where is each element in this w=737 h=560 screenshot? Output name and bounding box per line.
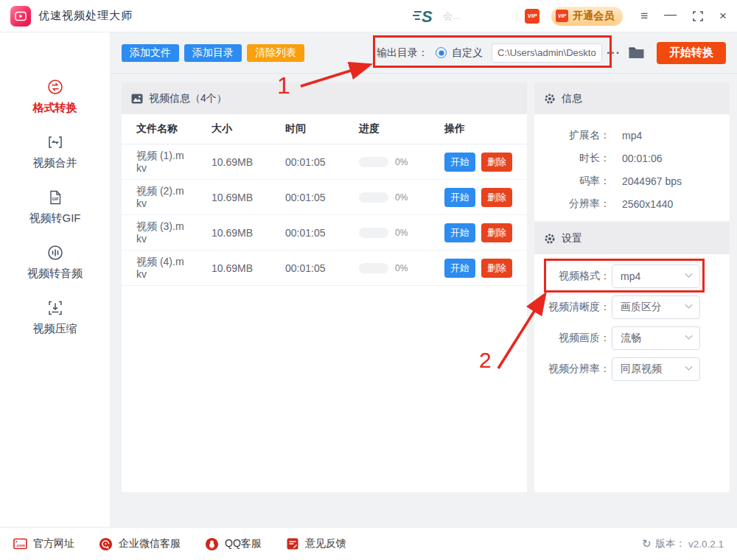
version-info: ↻ 版本：v2.0.2.1 bbox=[642, 537, 724, 550]
wechat-service-icon bbox=[99, 537, 113, 551]
custom-dir-radio[interactable] bbox=[436, 47, 447, 58]
app-window: 优速视频处理大师 S 会... VIP VIP 开通会员 ≡ — × bbox=[0, 0, 737, 560]
sidebar-item-label: 视频压缩 bbox=[33, 322, 77, 336]
open-vip-label: 开通会员 bbox=[573, 10, 614, 23]
row-delete-button[interactable]: 删除 bbox=[481, 259, 512, 278]
video-format-select[interactable]: mp4 bbox=[612, 265, 700, 288]
qq-service-link[interactable]: QQ客服 bbox=[205, 537, 262, 551]
file-name: 视频 (3).mkv bbox=[136, 220, 212, 245]
user-hint-text: 会... bbox=[443, 10, 477, 23]
progress-percent: 0% bbox=[395, 228, 408, 238]
feedback-link[interactable]: 意见反馈 bbox=[286, 537, 346, 550]
wechat-service-link[interactable]: 企业微信客服 bbox=[99, 537, 181, 551]
svg-text:.com: .com bbox=[15, 543, 25, 547]
video-info-header: 视频信息（4个） bbox=[122, 83, 527, 114]
video-quality-select[interactable]: 流畅 bbox=[612, 326, 700, 350]
col-time: 时间 bbox=[285, 122, 359, 136]
video-to-gif-icon: GIF bbox=[46, 189, 64, 206]
svg-text:GIF: GIF bbox=[52, 197, 59, 201]
setting-row-resolution: 视频分辨率： 同原视频 bbox=[534, 357, 730, 381]
settings-panel-header: 设置 bbox=[534, 223, 730, 254]
file-name: 视频 (4).mkv bbox=[136, 256, 212, 281]
start-convert-button[interactable]: 开始转换 bbox=[657, 42, 726, 64]
progress-bar bbox=[359, 263, 388, 273]
official-website-link[interactable]: .com 官方网址 bbox=[13, 537, 74, 550]
gear-icon bbox=[544, 93, 556, 105]
video-compress-icon bbox=[46, 299, 64, 317]
close-icon[interactable]: × bbox=[719, 10, 727, 22]
add-directory-button[interactable]: 添加目录 bbox=[184, 44, 242, 62]
custom-dir-label: 自定义 bbox=[452, 46, 483, 60]
maximize-icon[interactable] bbox=[693, 11, 703, 21]
file-size: 10.69MB bbox=[212, 227, 285, 239]
info-field: 码率：2044967 bps bbox=[534, 169, 730, 192]
browse-ellipsis-button[interactable]: ··· bbox=[607, 46, 621, 60]
sidebar-item-label: 视频转音频 bbox=[27, 267, 83, 281]
clear-list-button[interactable]: 清除列表 bbox=[247, 44, 304, 62]
sidebar-item-label: 格式转换 bbox=[33, 101, 77, 115]
progress-percent: 0% bbox=[395, 263, 408, 273]
col-actions: 操作 bbox=[444, 122, 465, 136]
app-logo-icon bbox=[10, 6, 31, 27]
file-time: 00:01:05 bbox=[285, 262, 359, 274]
video-info-title: 视频信息（4个） bbox=[149, 92, 227, 105]
sidebar: 格式转换 视频合并 GIF 视频转GIF 视频转音频 bbox=[0, 32, 111, 527]
table-row: 视频 (4).mkv 10.69MB 00:01:05 0% 开始删除 bbox=[122, 251, 527, 286]
chevron-down-icon bbox=[685, 363, 693, 371]
row-delete-button[interactable]: 删除 bbox=[481, 188, 512, 207]
footer: .com 官方网址 企业微信客服 QQ客服 意见反馈 ↻ 版本：v2.0.2.1 bbox=[0, 527, 737, 560]
progress-bar bbox=[359, 192, 388, 203]
row-start-button[interactable]: 开始 bbox=[444, 188, 475, 207]
menu-icon[interactable]: ≡ bbox=[640, 10, 648, 22]
minimize-icon[interactable]: — bbox=[664, 8, 677, 21]
sidebar-item-format-convert[interactable]: 格式转换 bbox=[33, 78, 77, 115]
sidebar-item-video-compress[interactable]: 视频压缩 bbox=[33, 299, 77, 336]
gear-icon bbox=[544, 233, 556, 245]
row-start-button[interactable]: 开始 bbox=[444, 259, 475, 278]
info-panel: 信息 扩展名：mp4 时长：00:01:06 码率：2044967 bps 分辨… bbox=[534, 83, 730, 221]
chevron-down-icon bbox=[685, 332, 693, 340]
info-field: 分辨率：2560x1440 bbox=[534, 192, 730, 215]
progress-percent: 0% bbox=[395, 157, 408, 167]
video-clarity-select[interactable]: 画质区分 bbox=[612, 295, 700, 319]
settings-panel-title: 设置 bbox=[562, 232, 582, 245]
video-resolution-select[interactable]: 同原视频 bbox=[612, 357, 700, 381]
titlebar-divider bbox=[517, 11, 517, 21]
refresh-icon: ↻ bbox=[642, 537, 652, 550]
output-directory-label: 输出目录： bbox=[377, 46, 428, 60]
col-progress: 进度 bbox=[359, 122, 444, 136]
row-start-button[interactable]: 开始 bbox=[444, 153, 475, 172]
setting-row-format: 视频格式： mp4 bbox=[534, 264, 730, 288]
sidebar-item-label: 视频合并 bbox=[33, 156, 77, 170]
setting-row-quality: 视频画质： 流畅 bbox=[534, 326, 730, 350]
sidebar-item-video-merge[interactable]: 视频合并 bbox=[33, 133, 77, 170]
vip-badge-icon[interactable]: VIP bbox=[525, 9, 539, 24]
svg-text:S: S bbox=[422, 7, 433, 26]
titlebar: 优速视频处理大师 S 会... VIP VIP 开通会员 ≡ — × bbox=[0, 0, 737, 32]
open-folder-icon[interactable] bbox=[628, 46, 645, 60]
sidebar-item-video-to-gif[interactable]: GIF 视频转GIF bbox=[29, 189, 81, 225]
chevron-down-icon bbox=[685, 270, 693, 278]
table-row: 视频 (1).mkv 10.69MB 00:01:05 0% 开始删除 bbox=[122, 144, 527, 180]
open-vip-button[interactable]: VIP 开通会员 bbox=[551, 7, 623, 26]
video-info-panel: 视频信息（4个） 文件名称 大小 时间 进度 操作 视频 (1).mkv 10.… bbox=[122, 83, 527, 492]
progress-cell: 0% bbox=[359, 228, 444, 238]
file-time: 00:01:05 bbox=[285, 192, 359, 203]
info-field: 时长：00:01:06 bbox=[534, 147, 730, 169]
video-to-audio-icon bbox=[46, 244, 64, 262]
output-path-input[interactable] bbox=[492, 43, 602, 63]
file-time: 00:01:05 bbox=[285, 227, 359, 239]
row-start-button[interactable]: 开始 bbox=[444, 223, 475, 242]
image-icon bbox=[131, 93, 143, 105]
main-area: 添加文件 添加目录 清除列表 输出目录： 自定义 ··· 开始转换 bbox=[111, 32, 737, 527]
file-name: 视频 (1).mkv bbox=[136, 150, 212, 175]
sidebar-item-video-to-audio[interactable]: 视频转音频 bbox=[27, 244, 83, 281]
row-delete-button[interactable]: 删除 bbox=[481, 223, 512, 242]
qq-icon bbox=[205, 537, 219, 551]
format-convert-icon bbox=[46, 78, 64, 96]
row-delete-button[interactable]: 删除 bbox=[481, 153, 512, 172]
website-icon: .com bbox=[13, 537, 27, 550]
add-file-button[interactable]: 添加文件 bbox=[122, 44, 179, 62]
info-panel-header: 信息 bbox=[534, 83, 730, 114]
col-filename: 文件名称 bbox=[136, 122, 212, 136]
